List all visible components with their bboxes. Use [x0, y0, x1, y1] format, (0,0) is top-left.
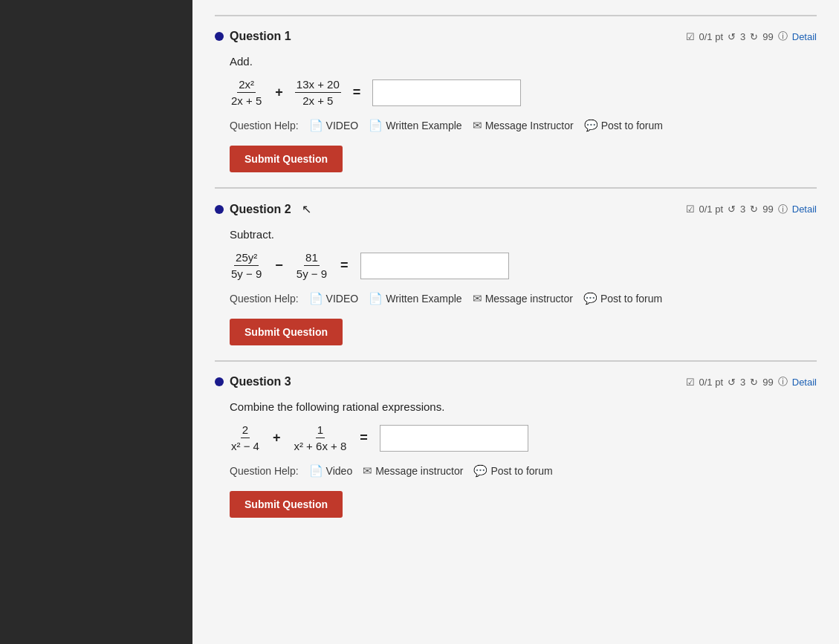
question-2-instruction: Subtract. [230, 228, 802, 241]
question-2-detail[interactable]: Detail [792, 204, 817, 215]
attempts-icon: ↻ [750, 31, 758, 42]
written-icon-q1: 📄 [369, 119, 383, 132]
question-1-detail[interactable]: Detail [792, 31, 817, 42]
fraction-1-q1-num: 2x² [237, 78, 256, 93]
fraction-1-q3: 2 x² − 4 [230, 423, 261, 452]
message-instructor-link-q1[interactable]: ✉ Message Instructor [473, 119, 574, 132]
fraction-2-q3: 1 x² + 6x + 8 [292, 423, 348, 452]
question-2-body: Subtract. 25y² 5y − 9 − 81 5y − 9 = Ques… [215, 228, 817, 345]
question-3-retries: 3 [740, 377, 745, 388]
message-instructor-link-q2[interactable]: ✉ Message instructor [473, 292, 573, 305]
fraction-1-q2: 25y² 5y − 9 [230, 251, 263, 280]
question-1-title-area: Question 1 [215, 30, 291, 43]
question-3-header: Question 3 ☑ 0/1 pt ↺ 3 ↻ 99 ⓘ Detail [215, 375, 817, 388]
video-link-q3[interactable]: 📄 Video [309, 464, 353, 478]
question-1-header: Question 1 ☑ 0/1 pt ↺ 3 ↻ 99 ⓘ Detail [215, 30, 817, 43]
question-3-title: Question 3 [230, 375, 291, 388]
answer-input-q2[interactable] [360, 253, 509, 279]
written-example-link-q2[interactable]: 📄 Written Example [369, 292, 461, 305]
question-1-help: Question Help: 📄 VIDEO 📄 Written Example… [230, 119, 802, 132]
question-1-retries: 3 [740, 31, 745, 42]
question-3-points: 0/1 pt [699, 377, 724, 388]
fraction-1-q3-num: 2 [241, 423, 250, 438]
fraction-2-q1: 13x + 20 2x + 5 [295, 78, 341, 107]
fraction-2-q2: 81 5y − 9 [295, 251, 328, 280]
video-link-q2[interactable]: 📄 VIDEO [309, 292, 359, 305]
submit-button-q3[interactable]: Submit Question [230, 491, 343, 518]
retry-icon-q3: ↺ [728, 377, 736, 388]
main-content: Question 1 ☑ 0/1 pt ↺ 3 ↻ 99 ⓘ Detail Ad… [192, 0, 839, 644]
written-example-link-q1[interactable]: 📄 Written Example [369, 119, 461, 132]
retry-icon: ↺ [728, 31, 736, 42]
question-3-detail[interactable]: Detail [792, 377, 817, 388]
question-1-help-label: Question Help: [230, 120, 299, 131]
post-forum-link-q2[interactable]: 💬 Post to forum [583, 292, 662, 305]
fraction-1-q2-num: 25y² [234, 251, 259, 266]
forum-icon-q2: 💬 [583, 292, 597, 305]
question-3-attempts: 99 [762, 377, 773, 388]
question-3-help: Question Help: 📄 Video ✉ Message instruc… [230, 464, 802, 478]
checkbox-icon: ☑ [686, 31, 695, 42]
question-3-dot [215, 377, 224, 386]
fraction-1-q2-den: 5y − 9 [230, 266, 263, 280]
operator-q3: + [270, 430, 284, 446]
checkbox-icon-q3: ☑ [686, 377, 695, 388]
attempts-icon-q2: ↻ [750, 204, 758, 215]
post-forum-link-q1[interactable]: 💬 Post to forum [584, 119, 663, 132]
info-icon-q2: ⓘ [778, 203, 788, 216]
retry-icon-q2: ↺ [728, 204, 736, 215]
operator-q1: + [272, 85, 286, 100]
attempts-icon-q3: ↻ [750, 377, 758, 388]
question-1-math: 2x² 2x + 5 + 13x + 20 2x + 5 = [230, 78, 802, 107]
fraction-2-q2-num: 81 [304, 251, 320, 266]
question-2-dot [215, 205, 224, 214]
checkbox-icon-q2: ☑ [686, 204, 695, 215]
question-3-title-area: Question 3 [215, 375, 291, 388]
question-1-points: 0/1 pt [699, 31, 724, 42]
video-icon-q2: 📄 [309, 292, 323, 305]
question-1-title: Question 1 [230, 30, 291, 43]
message-icon-q3: ✉ [363, 464, 372, 478]
question-3-math: 2 x² − 4 + 1 x² + 6x + 8 = [230, 423, 802, 452]
answer-input-q1[interactable] [372, 79, 521, 106]
question-3-block: Question 3 ☑ 0/1 pt ↺ 3 ↻ 99 ⓘ Detail Co… [215, 360, 817, 525]
message-icon-q2: ✉ [473, 292, 482, 305]
fraction-2-q3-num: 1 [316, 423, 325, 438]
question-3-instruction: Combine the following rational expressio… [230, 400, 802, 413]
cursor-arrow-q2: ↖ [302, 202, 311, 216]
question-2-block: Question 2 ↖ ☑ 0/1 pt ↺ 3 ↻ 99 ⓘ Detail … [215, 187, 817, 353]
message-instructor-link-q3[interactable]: ✉ Message instructor [363, 464, 463, 478]
question-2-title-area: Question 2 ↖ [215, 202, 311, 216]
question-1-dot [215, 32, 224, 41]
message-icon-q1: ✉ [473, 119, 482, 132]
question-2-header: Question 2 ↖ ☑ 0/1 pt ↺ 3 ↻ 99 ⓘ Detail [215, 202, 817, 216]
fraction-1-q1-den: 2x + 5 [230, 93, 263, 107]
video-icon-q3: 📄 [309, 464, 323, 478]
submit-button-q2[interactable]: Submit Question [230, 319, 343, 345]
question-2-meta: ☑ 0/1 pt ↺ 3 ↻ 99 ⓘ Detail [686, 203, 817, 216]
video-link-q1[interactable]: 📄 VIDEO [309, 119, 359, 132]
equals-q3: = [357, 430, 371, 446]
equals-q2: = [337, 258, 352, 273]
question-2-help: Question Help: 📄 VIDEO 📄 Written Example… [230, 292, 802, 305]
post-forum-link-q3[interactable]: 💬 Post to forum [473, 464, 552, 478]
forum-icon-q3: 💬 [473, 464, 487, 478]
question-2-title: Question 2 [230, 203, 291, 216]
question-2-attempts: 99 [762, 204, 773, 215]
question-1-meta: ☑ 0/1 pt ↺ 3 ↻ 99 ⓘ Detail [686, 30, 817, 43]
answer-input-q3[interactable] [380, 425, 528, 452]
question-1-instruction: Add. [230, 55, 802, 68]
fraction-2-q3-den: x² + 6x + 8 [292, 438, 348, 452]
question-3-meta: ☑ 0/1 pt ↺ 3 ↻ 99 ⓘ Detail [686, 375, 817, 388]
question-3-help-label: Question Help: [230, 465, 299, 477]
info-icon: ⓘ [778, 30, 788, 43]
question-2-help-label: Question Help: [230, 293, 299, 305]
question-2-math: 25y² 5y − 9 − 81 5y − 9 = [230, 251, 802, 280]
question-2-retries: 3 [740, 204, 745, 215]
fraction-1-q3-den: x² − 4 [230, 438, 261, 452]
equals-q1: = [350, 85, 364, 100]
operator-q2: − [272, 258, 286, 273]
fraction-1-q1: 2x² 2x + 5 [230, 78, 263, 107]
submit-button-q1[interactable]: Submit Question [230, 146, 343, 172]
forum-icon-q1: 💬 [584, 119, 598, 132]
